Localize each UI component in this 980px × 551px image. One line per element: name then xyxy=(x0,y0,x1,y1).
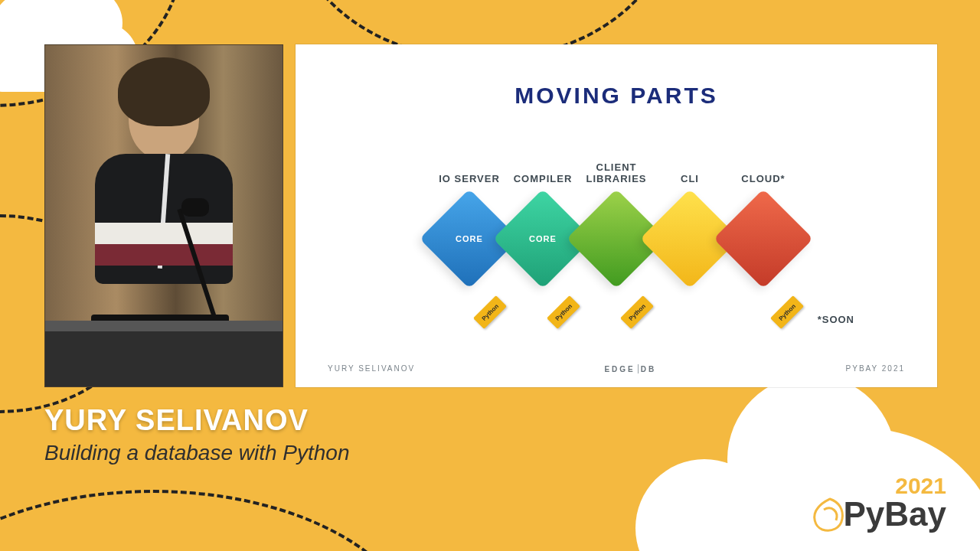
part-label: CLOUD* xyxy=(720,159,806,185)
part-cloud: CLOUD* Python xyxy=(720,159,806,292)
presentation-slide: MOVING PARTS IO SERVER CORE Python COMPI… xyxy=(296,44,937,387)
event-name: PyBay xyxy=(843,497,946,531)
footer-brand-right: DB xyxy=(641,365,656,373)
diamond-icon xyxy=(714,189,813,289)
speaker-video xyxy=(44,44,283,387)
talk-title: Building a database with Python xyxy=(44,441,350,465)
footer-brand-left: EDGE xyxy=(604,365,635,373)
footer-center: EDGEDB xyxy=(604,364,656,373)
slide-title: MOVING PARTS xyxy=(296,83,937,109)
event-year: 2021 xyxy=(843,474,946,497)
python-tag-icon: Python xyxy=(473,295,507,329)
speaker-name: YURY SELIVANOV xyxy=(44,404,309,437)
python-tag-icon: Python xyxy=(620,295,654,329)
slide-footer: YURY SELIVANOV EDGEDB PYBAY 2021 xyxy=(296,364,937,373)
microphone-icon xyxy=(181,198,209,217)
footer-left: YURY SELIVANOV xyxy=(328,364,415,373)
parts-row: IO SERVER CORE Python COMPILER CORE Pyth… xyxy=(296,159,937,292)
core-label: CORE xyxy=(529,234,557,243)
podium xyxy=(45,331,283,386)
event-logo: 2021 PyBay xyxy=(843,474,946,531)
decor-dash xyxy=(0,490,421,551)
python-tag-icon: Python xyxy=(547,295,580,329)
python-tag-icon: Python xyxy=(770,295,804,329)
footer-right: PYBAY 2021 xyxy=(846,364,905,373)
core-label: CORE xyxy=(456,234,483,243)
soon-note: *SOON xyxy=(818,314,854,325)
speaker-figure xyxy=(87,76,240,290)
